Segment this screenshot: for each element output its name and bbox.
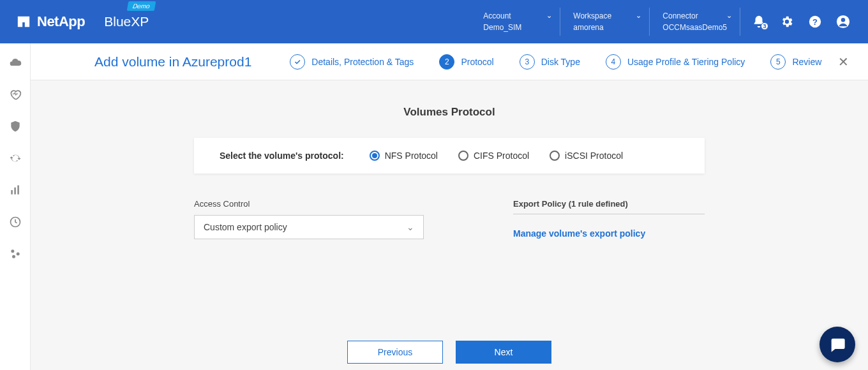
product-name: BlueXP [104,14,149,29]
radio-icon [458,151,468,161]
settings-columns: Access Control Custom export policy ⌄ Ex… [194,199,705,239]
account-value: Demo_SIM [483,23,547,32]
radio-cifs[interactable]: CIFS Protocol [458,151,529,161]
chevron-down-icon: ⌄ [407,222,414,232]
workspace-selector[interactable]: Workspace amorena ⌄ [560,8,649,36]
step-label: Details, Protection & Tags [311,57,414,67]
notif-count: 3 [761,22,768,30]
next-button[interactable]: Next [456,341,551,364]
connector-selector[interactable]: Connector OCCMsaasDemo5 ⌄ [649,8,740,36]
step-num: 2 [439,54,454,70]
svg-point-10 [12,255,15,258]
access-control-label: Access Control [194,199,424,209]
manage-export-policy-link[interactable]: Manage volume's export policy [513,228,645,239]
settings-icon[interactable] [780,15,794,29]
workspace-label: Workspace [573,11,636,20]
help-icon[interactable]: ? [808,15,822,29]
select-value: Custom export policy [204,222,287,232]
user-icon[interactable] [836,15,850,29]
step-label: Usage Profile & Tiering Policy [627,57,745,67]
chat-icon [828,336,846,353]
wizard-stepbar: Add volume in Azureprod1 Details, Protec… [31,43,868,80]
step-num: 3 [520,54,535,70]
radio-label: NFS Protocol [385,151,438,161]
top-header: Demo NetApp BlueXP Account Demo_SIM ⌄ Wo… [0,0,868,43]
step-usage-tiering[interactable]: 4 Usage Profile & Tiering Policy [606,54,745,70]
extensions-icon[interactable] [9,248,22,260]
svg-rect-4 [11,190,13,195]
header-icons: 3 ? [740,8,868,36]
radio-iscsi[interactable]: iSCSI Protocol [550,151,623,161]
sync-icon[interactable] [9,152,22,165]
workspace-value: amorena [573,23,636,32]
account-label: Account [483,11,547,20]
timeline-icon[interactable] [9,216,22,228]
cloud-icon[interactable] [9,56,22,69]
protocol-prompt: Select the volume's protocol: [220,151,344,161]
svg-text:?: ? [812,17,818,27]
svg-rect-6 [17,186,19,195]
radio-nfs[interactable]: NFS Protocol [370,151,438,161]
chat-launcher[interactable] [819,327,855,362]
access-control-column: Access Control Custom export policy ⌄ [194,199,424,239]
brand-name: NetApp [37,13,85,30]
radio-icon [370,151,380,161]
step-label: Protocol [461,57,493,67]
step-label: Review [792,57,821,67]
protocol-card: Select the volume's protocol: NFS Protoc… [194,138,705,174]
step-protocol[interactable]: 2 Protocol [439,54,493,70]
left-sidebar [0,43,31,370]
svg-point-3 [841,18,845,22]
chevron-down-icon: ⌄ [636,11,641,20]
netapp-logo-icon [17,15,31,29]
section-title: Volumes Protocol [31,106,868,119]
main-content: Volumes Protocol Select the volume's pro… [31,80,868,334]
radio-label: CIFS Protocol [474,151,529,161]
wizard-footer: Previous Next [31,334,868,370]
health-icon[interactable] [9,88,22,101]
header-right: Account Demo_SIM ⌄ Workspace amorena ⌄ C… [470,0,868,43]
step-num: 4 [606,54,621,70]
access-control-select[interactable]: Custom export policy ⌄ [194,215,424,239]
account-selector[interactable]: Account Demo_SIM ⌄ [470,8,560,36]
export-policy-column: Export Policy (1 rule defined) Manage vo… [513,199,705,239]
notifications-icon[interactable]: 3 [752,15,766,29]
radio-icon [550,151,560,161]
svg-rect-5 [14,188,16,195]
radio-label: iSCSI Protocol [565,151,623,161]
shield-icon[interactable] [9,120,22,133]
step-num: 5 [770,54,786,70]
export-policy-label: Export Policy (1 rule defined) [513,199,705,214]
brand-block[interactable]: NetApp BlueXP [0,13,149,30]
step-details[interactable]: Details, Protection & Tags [290,54,414,70]
svg-point-8 [11,249,14,253]
page-title: Add volume in Azureprod1 [94,54,251,70]
analytics-icon[interactable] [9,184,22,196]
connector-label: Connector [662,11,727,20]
step-check-icon [290,54,305,70]
close-icon[interactable]: ✕ [838,54,849,70]
demo-badge: Demo [127,1,156,11]
steps: Details, Protection & Tags 2 Protocol 3 … [290,54,832,70]
step-review[interactable]: 5 Review [770,54,821,70]
chevron-down-icon: ⌄ [726,11,732,20]
svg-point-9 [16,253,19,256]
chevron-down-icon: ⌄ [546,11,552,20]
step-label: Disk Type [541,57,580,67]
connector-value: OCCMsaasDemo5 [662,23,727,32]
previous-button[interactable]: Previous [347,341,443,364]
step-disk-type[interactable]: 3 Disk Type [520,54,580,70]
protocol-radio-group: NFS Protocol CIFS Protocol iSCSI Protoco… [370,151,623,161]
